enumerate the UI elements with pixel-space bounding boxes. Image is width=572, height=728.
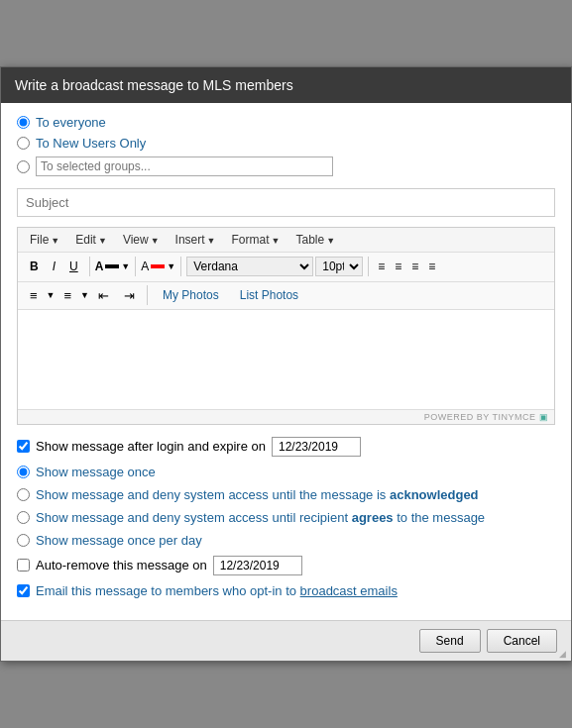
menu-edit[interactable]: Edit▼	[69, 231, 113, 249]
recipients-group: To everyone To New Users Only	[17, 115, 555, 176]
broadcast-emails-link[interactable]: broadcast emails	[300, 583, 398, 598]
tinymce-logo-icon: ▣	[539, 412, 549, 422]
once-per-day-label[interactable]: Show message once per day	[36, 533, 202, 548]
toolbar-separator-4	[368, 257, 369, 276]
dialog-body: To everyone To New Users Only File▼ Edit…	[1, 103, 571, 620]
show-after-login-label[interactable]: Show message after login and expire on	[36, 439, 266, 454]
highlight-button[interactable]: A	[141, 260, 149, 273]
show-once-radio[interactable]	[17, 466, 30, 478]
toolbar-separator-5	[147, 285, 148, 305]
deny-agrees-radio[interactable]	[17, 511, 30, 524]
broadcast-message-dialog: Write a broadcast message to MLS members…	[0, 66, 572, 662]
editor-container: File▼ Edit▼ View▼ Insert▼ Format▼ Table▼…	[17, 227, 555, 425]
deny-acknowledged-bold: acknowledged	[390, 487, 479, 502]
auto-remove-label[interactable]: Auto-remove this message on	[36, 558, 207, 572]
menu-format[interactable]: Format▼	[226, 231, 286, 249]
font-color-swatch	[105, 264, 119, 268]
align-right-icon[interactable]: ≡	[407, 257, 422, 276]
toolbar-separator-2	[135, 257, 136, 276]
recipient-everyone-row: To everyone	[17, 115, 555, 130]
recipient-groups-radio[interactable]	[17, 160, 30, 173]
highlight-swatch	[151, 264, 165, 268]
expire-date-input[interactable]	[272, 437, 361, 457]
dialog-title: Write a broadcast message to MLS members	[15, 77, 293, 93]
unordered-list-button[interactable]: ≡	[24, 285, 44, 306]
auto-remove-row: Auto-remove this message on	[17, 556, 555, 575]
subject-input[interactable]	[17, 188, 555, 217]
deny-acknowledged-row: Show message and deny system access unti…	[17, 487, 555, 502]
email-optin-checkbox[interactable]	[17, 584, 30, 597]
recipient-everyone-radio[interactable]	[17, 116, 30, 129]
dialog-footer: Send Cancel ◢	[1, 620, 571, 661]
font-color-arrow[interactable]: ▼	[121, 261, 130, 271]
tinymce-footer: POWERED BY TINYMCE ▣	[18, 409, 554, 424]
recipient-newusers-row: To New Users Only	[17, 136, 555, 151]
show-once-label[interactable]: Show message once	[36, 465, 156, 479]
font-size-select[interactable]: 10pt 12pt 14pt	[315, 257, 363, 276]
menu-file[interactable]: File▼	[24, 231, 65, 249]
ol-arrow[interactable]: ▼	[80, 290, 89, 300]
font-color-group: A ▼	[95, 260, 131, 273]
deny-agrees-text-1: Show message and deny system access unti…	[36, 510, 352, 525]
toolbar-separator-3	[180, 257, 181, 276]
font-color-button[interactable]: A	[95, 260, 104, 273]
highlight-arrow[interactable]: ▼	[167, 261, 175, 271]
deny-agrees-text-2: to the message	[394, 510, 486, 525]
deny-agrees-label: Show message and deny system access unti…	[36, 510, 485, 525]
email-optin-label: Email this message to members who opt-in…	[36, 583, 398, 598]
ordered-list-button[interactable]: ≡	[58, 285, 78, 306]
auto-remove-checkbox[interactable]	[17, 559, 30, 572]
recipient-groups-row	[17, 156, 555, 176]
editor-toolbar-1: B I U A ▼ A ▼ Verdana Arial	[18, 253, 554, 282]
menu-table[interactable]: Table▼	[289, 231, 341, 249]
underline-button[interactable]: U	[63, 256, 84, 278]
editor-menubar: File▼ Edit▼ View▼ Insert▼ Format▼ Table▼	[18, 228, 554, 253]
auto-remove-date-input[interactable]	[213, 556, 302, 575]
cancel-button[interactable]: Cancel	[487, 629, 557, 653]
list-photos-button[interactable]: List Photos	[231, 285, 307, 305]
recipient-everyone-label[interactable]: To everyone	[36, 115, 106, 130]
deny-acknowledged-text-1: Show message and deny system access unti…	[36, 487, 390, 502]
recipient-newusers-radio[interactable]	[17, 137, 30, 150]
ul-arrow[interactable]: ▼	[47, 290, 56, 300]
align-center-icon[interactable]: ≡	[391, 257, 405, 276]
deny-agrees-row: Show message and deny system access unti…	[17, 510, 555, 525]
deny-acknowledged-label: Show message and deny system access unti…	[36, 487, 479, 502]
my-photos-button[interactable]: My Photos	[154, 285, 228, 305]
italic-button[interactable]: I	[47, 256, 61, 278]
dialog-header: Write a broadcast message to MLS members	[1, 67, 571, 103]
highlight-color-group: A ▼	[141, 260, 175, 273]
deny-agrees-bold: agrees	[352, 510, 394, 525]
align-left-icon[interactable]: ≡	[374, 257, 389, 276]
email-row: Email this message to members who opt-in…	[17, 583, 555, 598]
deny-acknowledged-radio[interactable]	[17, 488, 30, 501]
menu-view[interactable]: View▼	[117, 231, 166, 249]
show-after-login-row: Show message after login and expire on	[17, 437, 555, 457]
recipient-newusers-label[interactable]: To New Users Only	[36, 136, 146, 151]
editor-toolbar-2: ≡ ▼ ≡ ▼ ⇤ ⇥ My Photos List Photos	[18, 282, 554, 310]
indent-button[interactable]: ⇥	[118, 285, 141, 306]
selected-groups-input[interactable]	[36, 156, 333, 176]
send-button[interactable]: Send	[419, 629, 481, 653]
show-after-login-checkbox[interactable]	[17, 440, 30, 453]
align-justify-icon[interactable]: ≡	[424, 257, 439, 276]
menu-insert[interactable]: Insert▼	[170, 231, 222, 249]
show-once-per-day-row: Show message once per day	[17, 533, 555, 548]
show-once-row: Show message once	[17, 465, 555, 479]
powered-by-label: POWERED BY TINYMCE	[424, 412, 536, 422]
bold-button[interactable]: B	[24, 256, 45, 278]
toolbar-separator-1	[89, 257, 90, 276]
outdent-button[interactable]: ⇤	[92, 285, 115, 306]
resize-handle[interactable]: ◢	[559, 649, 569, 659]
email-text-1: Email this message to members who opt-in…	[36, 583, 300, 598]
font-family-select[interactable]: Verdana Arial Times New Roman	[186, 257, 313, 276]
editor-body[interactable]	[18, 310, 554, 409]
once-per-day-radio[interactable]	[17, 534, 30, 547]
options-section: Show message after login and expire on S…	[17, 437, 555, 598]
align-group: ≡ ≡ ≡ ≡	[374, 257, 439, 276]
